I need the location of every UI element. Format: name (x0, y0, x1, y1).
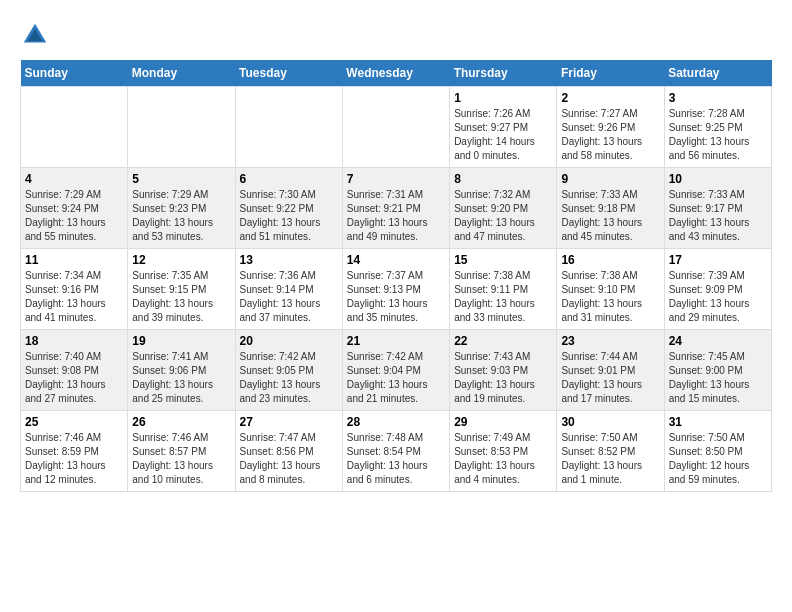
calendar-cell: 13Sunrise: 7:36 AM Sunset: 9:14 PM Dayli… (235, 249, 342, 330)
calendar-cell (128, 87, 235, 168)
day-info: Sunrise: 7:28 AM Sunset: 9:25 PM Dayligh… (669, 107, 767, 163)
calendar-cell: 14Sunrise: 7:37 AM Sunset: 9:13 PM Dayli… (342, 249, 449, 330)
day-info: Sunrise: 7:47 AM Sunset: 8:56 PM Dayligh… (240, 431, 338, 487)
calendar-cell: 9Sunrise: 7:33 AM Sunset: 9:18 PM Daylig… (557, 168, 664, 249)
calendar-cell (21, 87, 128, 168)
day-info: Sunrise: 7:38 AM Sunset: 9:10 PM Dayligh… (561, 269, 659, 325)
day-info: Sunrise: 7:39 AM Sunset: 9:09 PM Dayligh… (669, 269, 767, 325)
day-info: Sunrise: 7:44 AM Sunset: 9:01 PM Dayligh… (561, 350, 659, 406)
day-info: Sunrise: 7:36 AM Sunset: 9:14 PM Dayligh… (240, 269, 338, 325)
day-header-friday: Friday (557, 60, 664, 87)
day-info: Sunrise: 7:29 AM Sunset: 9:24 PM Dayligh… (25, 188, 123, 244)
calendar-cell: 16Sunrise: 7:38 AM Sunset: 9:10 PM Dayli… (557, 249, 664, 330)
day-number: 30 (561, 415, 659, 429)
day-number: 4 (25, 172, 123, 186)
calendar-cell: 22Sunrise: 7:43 AM Sunset: 9:03 PM Dayli… (450, 330, 557, 411)
calendar-cell: 19Sunrise: 7:41 AM Sunset: 9:06 PM Dayli… (128, 330, 235, 411)
day-info: Sunrise: 7:30 AM Sunset: 9:22 PM Dayligh… (240, 188, 338, 244)
day-number: 26 (132, 415, 230, 429)
day-number: 10 (669, 172, 767, 186)
calendar-cell: 29Sunrise: 7:49 AM Sunset: 8:53 PM Dayli… (450, 411, 557, 492)
day-info: Sunrise: 7:43 AM Sunset: 9:03 PM Dayligh… (454, 350, 552, 406)
calendar-cell (342, 87, 449, 168)
day-number: 16 (561, 253, 659, 267)
day-header-wednesday: Wednesday (342, 60, 449, 87)
calendar-cell: 3Sunrise: 7:28 AM Sunset: 9:25 PM Daylig… (664, 87, 771, 168)
day-info: Sunrise: 7:49 AM Sunset: 8:53 PM Dayligh… (454, 431, 552, 487)
day-info: Sunrise: 7:27 AM Sunset: 9:26 PM Dayligh… (561, 107, 659, 163)
calendar-cell: 12Sunrise: 7:35 AM Sunset: 9:15 PM Dayli… (128, 249, 235, 330)
day-number: 7 (347, 172, 445, 186)
day-number: 18 (25, 334, 123, 348)
day-number: 17 (669, 253, 767, 267)
day-info: Sunrise: 7:32 AM Sunset: 9:20 PM Dayligh… (454, 188, 552, 244)
calendar-cell: 26Sunrise: 7:46 AM Sunset: 8:57 PM Dayli… (128, 411, 235, 492)
day-number: 24 (669, 334, 767, 348)
day-info: Sunrise: 7:33 AM Sunset: 9:17 PM Dayligh… (669, 188, 767, 244)
calendar-cell: 23Sunrise: 7:44 AM Sunset: 9:01 PM Dayli… (557, 330, 664, 411)
calendar-cell: 2Sunrise: 7:27 AM Sunset: 9:26 PM Daylig… (557, 87, 664, 168)
header-row: SundayMondayTuesdayWednesdayThursdayFrid… (21, 60, 772, 87)
day-info: Sunrise: 7:29 AM Sunset: 9:23 PM Dayligh… (132, 188, 230, 244)
day-number: 20 (240, 334, 338, 348)
day-info: Sunrise: 7:48 AM Sunset: 8:54 PM Dayligh… (347, 431, 445, 487)
day-number: 6 (240, 172, 338, 186)
day-header-monday: Monday (128, 60, 235, 87)
day-header-thursday: Thursday (450, 60, 557, 87)
calendar-cell: 4Sunrise: 7:29 AM Sunset: 9:24 PM Daylig… (21, 168, 128, 249)
calendar-cell: 20Sunrise: 7:42 AM Sunset: 9:05 PM Dayli… (235, 330, 342, 411)
calendar-cell: 21Sunrise: 7:42 AM Sunset: 9:04 PM Dayli… (342, 330, 449, 411)
day-info: Sunrise: 7:40 AM Sunset: 9:08 PM Dayligh… (25, 350, 123, 406)
logo (20, 20, 54, 50)
calendar-cell: 18Sunrise: 7:40 AM Sunset: 9:08 PM Dayli… (21, 330, 128, 411)
calendar-cell: 6Sunrise: 7:30 AM Sunset: 9:22 PM Daylig… (235, 168, 342, 249)
day-info: Sunrise: 7:37 AM Sunset: 9:13 PM Dayligh… (347, 269, 445, 325)
calendar-cell (235, 87, 342, 168)
calendar-cell: 17Sunrise: 7:39 AM Sunset: 9:09 PM Dayli… (664, 249, 771, 330)
calendar-cell: 28Sunrise: 7:48 AM Sunset: 8:54 PM Dayli… (342, 411, 449, 492)
logo-icon (20, 20, 50, 50)
day-number: 5 (132, 172, 230, 186)
day-number: 1 (454, 91, 552, 105)
day-number: 12 (132, 253, 230, 267)
day-info: Sunrise: 7:46 AM Sunset: 8:59 PM Dayligh… (25, 431, 123, 487)
day-info: Sunrise: 7:33 AM Sunset: 9:18 PM Dayligh… (561, 188, 659, 244)
week-row-3: 11Sunrise: 7:34 AM Sunset: 9:16 PM Dayli… (21, 249, 772, 330)
day-info: Sunrise: 7:38 AM Sunset: 9:11 PM Dayligh… (454, 269, 552, 325)
week-row-2: 4Sunrise: 7:29 AM Sunset: 9:24 PM Daylig… (21, 168, 772, 249)
day-number: 14 (347, 253, 445, 267)
day-number: 8 (454, 172, 552, 186)
calendar-cell: 11Sunrise: 7:34 AM Sunset: 9:16 PM Dayli… (21, 249, 128, 330)
calendar-cell: 1Sunrise: 7:26 AM Sunset: 9:27 PM Daylig… (450, 87, 557, 168)
calendar-cell: 10Sunrise: 7:33 AM Sunset: 9:17 PM Dayli… (664, 168, 771, 249)
day-number: 31 (669, 415, 767, 429)
day-number: 11 (25, 253, 123, 267)
day-number: 21 (347, 334, 445, 348)
calendar-cell: 7Sunrise: 7:31 AM Sunset: 9:21 PM Daylig… (342, 168, 449, 249)
day-number: 27 (240, 415, 338, 429)
week-row-1: 1Sunrise: 7:26 AM Sunset: 9:27 PM Daylig… (21, 87, 772, 168)
calendar-cell: 15Sunrise: 7:38 AM Sunset: 9:11 PM Dayli… (450, 249, 557, 330)
day-info: Sunrise: 7:35 AM Sunset: 9:15 PM Dayligh… (132, 269, 230, 325)
day-info: Sunrise: 7:45 AM Sunset: 9:00 PM Dayligh… (669, 350, 767, 406)
day-number: 2 (561, 91, 659, 105)
day-number: 23 (561, 334, 659, 348)
calendar-cell: 30Sunrise: 7:50 AM Sunset: 8:52 PM Dayli… (557, 411, 664, 492)
day-header-tuesday: Tuesday (235, 60, 342, 87)
day-header-saturday: Saturday (664, 60, 771, 87)
day-info: Sunrise: 7:41 AM Sunset: 9:06 PM Dayligh… (132, 350, 230, 406)
day-info: Sunrise: 7:26 AM Sunset: 9:27 PM Dayligh… (454, 107, 552, 163)
day-number: 25 (25, 415, 123, 429)
day-info: Sunrise: 7:50 AM Sunset: 8:50 PM Dayligh… (669, 431, 767, 487)
calendar-cell: 27Sunrise: 7:47 AM Sunset: 8:56 PM Dayli… (235, 411, 342, 492)
day-number: 9 (561, 172, 659, 186)
day-number: 15 (454, 253, 552, 267)
day-number: 13 (240, 253, 338, 267)
day-number: 29 (454, 415, 552, 429)
day-number: 19 (132, 334, 230, 348)
day-number: 22 (454, 334, 552, 348)
day-header-sunday: Sunday (21, 60, 128, 87)
day-info: Sunrise: 7:42 AM Sunset: 9:04 PM Dayligh… (347, 350, 445, 406)
day-info: Sunrise: 7:31 AM Sunset: 9:21 PM Dayligh… (347, 188, 445, 244)
calendar-cell: 31Sunrise: 7:50 AM Sunset: 8:50 PM Dayli… (664, 411, 771, 492)
